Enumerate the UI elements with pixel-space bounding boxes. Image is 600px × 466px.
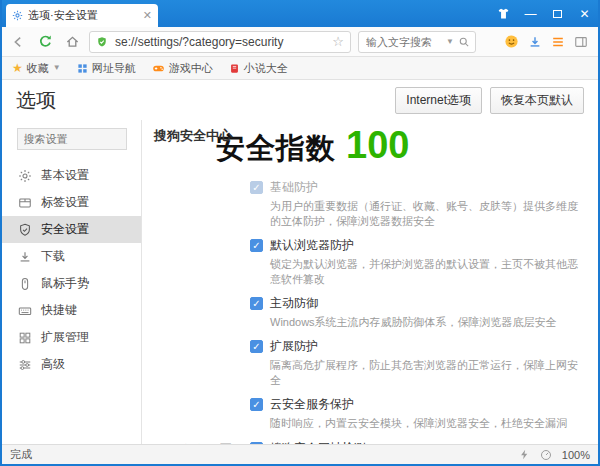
status-bar: 完成 100% — [2, 444, 598, 464]
close-button[interactable]: ✕ — [571, 0, 598, 27]
bookmark-label: 收藏 — [27, 61, 49, 76]
download-icon — [18, 250, 32, 264]
section-security-center: 搜狗安全中心 安全指数 100 基础防护 为用户的重要数据（通行证、收藏、账号、… — [154, 124, 584, 431]
bookmark-label: 网址导航 — [92, 61, 136, 76]
sidebar-item-label: 基本设置 — [41, 167, 89, 184]
checkbox[interactable] — [250, 297, 263, 310]
security-score-value: 100 — [346, 124, 409, 167]
bookmark-label: 游戏中心 — [169, 61, 213, 76]
sidebar-item-label: 标签设置 — [41, 194, 89, 211]
checkbox[interactable] — [250, 239, 263, 252]
sidebar-panel-icon[interactable] — [574, 35, 588, 49]
gauge-icon[interactable] — [540, 449, 552, 461]
refresh-button[interactable] — [35, 32, 55, 52]
maximize-button[interactable] — [544, 0, 571, 27]
bookmark-nav-site[interactable]: 网址导航 — [77, 61, 136, 76]
option-label: 默认浏览器防护 — [270, 237, 354, 254]
sidebar-item-download[interactable]: 下载 — [2, 243, 141, 270]
address-input[interactable] — [113, 34, 327, 50]
site-shield-icon — [96, 36, 108, 48]
bookmark-label: 小说大全 — [244, 61, 288, 76]
option-label: 云安全服务保护 — [270, 396, 354, 413]
sidebar-item-label: 安全设置 — [41, 221, 89, 238]
toolbar: ☆ ▼ — [2, 27, 598, 57]
tab-title: 选项·安全设置 — [28, 8, 138, 23]
zoom-level[interactable]: 100% — [562, 449, 590, 461]
checkbox[interactable] — [250, 398, 263, 411]
sidebar-item-label: 快捷键 — [41, 302, 77, 319]
chevron-down-icon: ▼ — [53, 64, 61, 72]
bookmark-game-center[interactable]: 游戏中心 — [152, 61, 213, 76]
internet-options-button[interactable]: Internet选项 — [395, 87, 482, 114]
back-button[interactable] — [8, 32, 28, 52]
sidebar-item-label: 鼠标手势 — [41, 275, 89, 292]
option-description: 锁定为默认浏览器，并保护浏览器的默认设置，主页不被其他恶意软件篡改 — [270, 257, 584, 287]
settings-main: 搜狗安全中心 安全指数 100 基础防护 为用户的重要数据（通行证、收藏、账号、… — [142, 120, 598, 444]
keyboard-icon — [18, 304, 32, 318]
option-active-defense: 主动防御 Windows系统主流内存威胁防御体系，保障浏览器底层安全 — [250, 295, 584, 330]
option-description: 随时响应，内置云安全模块，保障浏览器安全，杜绝安全漏洞 — [270, 416, 584, 431]
option-default-browser-protection: 默认浏览器防护 锁定为默认浏览器，并保护浏览器的默认设置，主页不被其他恶意软件篡… — [250, 237, 584, 287]
shield-icon — [18, 223, 32, 237]
checkbox[interactable] — [250, 442, 263, 445]
sidebar-item-security[interactable]: 安全设置 — [2, 216, 141, 243]
gear-icon — [18, 169, 32, 183]
page-header: 选项 Internet选项 恢复本页默认 — [2, 80, 598, 120]
download-icon[interactable] — [528, 35, 542, 49]
option-description: 为用户的重要数据（通行证、收藏、账号、皮肤等）提供多维度的立体防护，保障浏览器数… — [270, 199, 584, 229]
status-text: 完成 — [10, 447, 32, 462]
sliders-icon — [18, 358, 32, 372]
home-button[interactable] — [62, 32, 82, 52]
sidebar-item-shortcuts[interactable]: 快捷键 — [2, 297, 141, 324]
grid-icon — [77, 63, 88, 74]
option-label: 基础防护 — [270, 179, 318, 196]
option-url-check: 搜狗安全网址检测 — [250, 439, 584, 444]
mouse-icon — [18, 277, 32, 291]
sidebar-item-extensions[interactable]: 扩展管理 — [2, 324, 141, 351]
bookmark-novels[interactable]: 小说大全 — [229, 61, 288, 76]
titlebar: 选项·安全设置 ✕ — ✕ — [2, 0, 598, 27]
address-bar[interactable]: ☆ — [89, 31, 351, 53]
window-controls: — ✕ — [490, 0, 598, 27]
sidebar-item-label: 高级 — [41, 356, 65, 373]
minimize-button[interactable]: — — [517, 0, 544, 27]
gamepad-icon — [152, 62, 165, 75]
search-input[interactable] — [364, 35, 442, 49]
skin-button[interactable] — [490, 0, 517, 27]
restore-defaults-button[interactable]: 恢复本页默认 — [490, 87, 584, 114]
sidebar-item-basic[interactable]: 基本设置 — [2, 162, 141, 189]
section-heading: 常规安全设置 — [154, 442, 246, 444]
favorite-star-icon[interactable]: ☆ — [332, 35, 344, 48]
sidebar-item-advanced[interactable]: 高级 — [2, 351, 141, 378]
search-engine-caret-icon[interactable]: ▼ — [446, 38, 454, 46]
sidebar-item-label: 下载 — [41, 248, 65, 265]
sidebar-item-label: 扩展管理 — [41, 329, 89, 346]
speed-icon[interactable] — [519, 449, 530, 460]
toolbar-icons — [504, 34, 592, 49]
feedback-smiley-icon[interactable] — [504, 34, 519, 49]
tab-close-icon[interactable]: ✕ — [143, 10, 152, 21]
option-label: 主动防御 — [270, 295, 318, 312]
checkbox[interactable] — [250, 181, 263, 194]
page-title: 选项 — [16, 87, 56, 114]
tab-favicon-icon — [12, 10, 23, 21]
page-body: 基本设置 标签设置 安全设置 下载 鼠标手势 快捷键 — [2, 120, 598, 444]
bookmarks-bar: ★ 收藏 ▼ 网址导航 游戏中心 小说大全 — [2, 57, 598, 80]
browser-tab[interactable]: 选项·安全设置 ✕ — [6, 4, 158, 27]
security-score: 安全指数 100 — [216, 124, 584, 169]
checkbox[interactable] — [250, 340, 263, 353]
bookmark-favorites[interactable]: ★ 收藏 ▼ — [12, 61, 61, 76]
menu-icon[interactable] — [551, 35, 565, 49]
extensions-icon — [18, 331, 32, 345]
section-heading: 搜狗安全中心 — [154, 127, 246, 145]
browser-window: 选项·安全设置 ✕ — ✕ ☆ — [0, 0, 600, 466]
search-icon[interactable] — [458, 36, 470, 48]
sidebar-item-mouse-gestures[interactable]: 鼠标手势 — [2, 270, 141, 297]
settings-search-input[interactable] — [17, 128, 127, 150]
option-cloud-security: 云安全服务保护 随时响应，内置云安全模块，保障浏览器安全，杜绝安全漏洞 — [250, 396, 584, 431]
option-label: 扩展防护 — [270, 338, 318, 355]
search-bar[interactable]: ▼ — [358, 31, 476, 53]
sidebar-item-tabs[interactable]: 标签设置 — [2, 189, 141, 216]
book-icon — [229, 63, 240, 74]
option-label: 搜狗安全网址检测 — [270, 440, 366, 445]
